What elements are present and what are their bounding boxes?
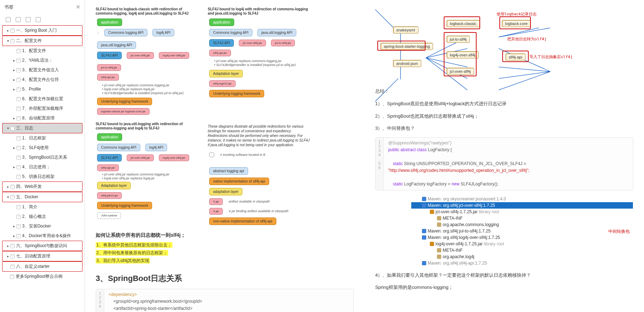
box: Adaptation layer <box>97 182 131 189</box>
bookmark-item[interactable]: ▾三、日志 <box>2 123 82 133</box>
expand-chevron-icon[interactable]: ▸ <box>12 78 16 82</box>
expand-chevron-icon[interactable]: ▸ <box>6 29 10 32</box>
bookmark-item[interactable]: ▸四、Web开发 <box>2 181 82 192</box>
bookmark-item[interactable]: 1、配置文件 <box>2 46 82 56</box>
bookmark-item[interactable]: ▸4、配置文件占位符 <box>2 75 82 85</box>
expand-chevron-icon[interactable]: ▸ <box>6 244 10 248</box>
bookmark-label: 3、安装Docker <box>22 224 51 229</box>
tree-row-selected[interactable]: Maven: org.slf4j:jcl-over-slf4j:1.7.25 <box>411 202 633 209</box>
expand-chevron-icon[interactable]: ▸ <box>12 165 16 169</box>
bookmark-tree: ▸一、Spring Boot 入门▾二、配置文件1、配置文件▸2、YAML语法：… <box>0 25 85 281</box>
note: • log4j-over-slf4j.jar replaces log4j.ja… <box>102 87 199 91</box>
bookmark-label: 5、切换日志框架 <box>22 174 55 179</box>
maven-icon <box>422 229 426 233</box>
tool-icon-3[interactable] <box>26 17 31 22</box>
bookmark-item[interactable]: ▸4、Docker常用命令&操作 <box>2 231 82 241</box>
bookmark-label: 6、配置文件加载位置 <box>22 96 63 101</box>
diagram-title: SLF4J bound to java.util.logging with re… <box>96 122 199 131</box>
expand-chevron-icon[interactable]: ▾ <box>6 195 10 199</box>
right-column[interactable]: spring-boot-starter-logging snakeyaml an… <box>364 0 644 312</box>
expand-chevron-icon[interactable]: ▸ <box>12 146 16 150</box>
bookmark-item[interactable]: 3、SpringBoot日志关系 <box>2 153 82 162</box>
tree-row[interactable]: META-INF <box>411 215 633 221</box>
bookmark-item[interactable]: 5、切换日志框架 <box>2 172 82 181</box>
tree-row[interactable]: Maven: org.slf4j:slf4j-api:1.7.25 <box>411 260 633 266</box>
diagram-jul: SLF4J bound to java.util.logging with re… <box>96 122 199 226</box>
bookmark-label: 1、配置文件 <box>22 48 46 53</box>
bookmark-item[interactable]: ▸一、Spring Boot 入门 <box>2 25 82 36</box>
bookmark-item[interactable]: 1、日志框架 <box>2 133 82 143</box>
bookmark-icon <box>16 234 21 238</box>
code-content[interactable]: @SuppressWarnings("rawtypes") public abs… <box>384 138 534 190</box>
sidebar-toolbar <box>0 14 85 25</box>
tree-row[interactable]: Maven: org.slf4j:log4j-over-slf4j:1.7.25 <box>411 234 633 241</box>
bookmark-icon <box>16 146 21 150</box>
box: log4j API <box>145 144 167 151</box>
jar: slf4j-api.jar <box>97 164 119 171</box>
tree-row[interactable]: jcl-over-slf4j-1.7.25.jar library root <box>411 209 633 215</box>
tree-row[interactable]: org.apache.commons.logging <box>411 221 633 228</box>
bookmark-item[interactable]: ▾二、配置文件 <box>2 36 82 46</box>
bookmark-item[interactable]: 7、外部配置加载顺序 <box>2 104 82 113</box>
legend: X.jar <box>209 198 223 205</box>
line-numbers: 123456 <box>376 138 384 190</box>
tree-row[interactable]: org.apache.log4j <box>411 254 633 260</box>
bookmark-item[interactable]: 八、自定义starter <box>2 261 82 272</box>
note: • SLF4JBridgeHandler is installed (requi… <box>214 63 311 67</box>
bookmark-item[interactable]: ▸七、启动配置原理 <box>2 251 82 261</box>
expand-chevron-icon[interactable]: ▾ <box>6 126 10 130</box>
java-code-block: 123456 @SuppressWarnings("rawtypes") pub… <box>375 137 633 190</box>
bookmark-item[interactable]: ▸2、YAML语法： <box>2 56 82 65</box>
bookmark-item[interactable]: ▸4、日志使用； <box>2 162 82 172</box>
red-frame <box>377 41 426 51</box>
folder-icon <box>437 223 441 227</box>
bookmark-icon <box>16 205 21 209</box>
bookmark-item[interactable]: 更多SpringBoot整合示例 <box>2 272 82 281</box>
expand-chevron-icon[interactable]: ▸ <box>12 234 16 238</box>
tree-row[interactable]: Maven: org.skyscreamer:jsonassert:1.4.0 <box>411 196 633 202</box>
bookmark-item[interactable]: ▸3、配置文件值注入 <box>2 65 82 75</box>
tree-row[interactable]: log4j-over-slf4j-1.7.25.jar library root <box>411 241 633 247</box>
bookmark-label: 4、配置文件占位符 <box>22 77 59 82</box>
bookmark-item[interactable]: 2、核心概念 <box>2 212 82 221</box>
expand-chevron-icon[interactable]: ▸ <box>12 87 16 91</box>
expand-chevron-icon[interactable]: ▸ <box>6 254 10 258</box>
bookmark-label: 1、简介 <box>22 204 37 209</box>
bookmark-label: 7、外部配置加载顺序 <box>22 106 63 111</box>
box: Underlying logging framework <box>97 202 152 209</box>
tree-row[interactable]: Maven: org.slf4j:jul-to-slf4j:1.7.25中间转换… <box>411 228 633 234</box>
bookmark-item[interactable]: ▾五、Docker <box>2 192 82 202</box>
dep-android: android-json <box>393 60 421 67</box>
expand-chevron-icon[interactable]: ▸ <box>12 116 16 120</box>
jar: slf4j-api.jar <box>97 74 119 81</box>
summary-item: 3）、中间替换包？ <box>375 125 633 132</box>
bookmark-item[interactable]: ▸六、SpringBoot与数据访问 <box>2 241 82 251</box>
diagram-logback: SLF4J bound to logback-classic with redi… <box>96 7 199 116</box>
code-content[interactable]: <dependency> <groupId>org.springframewor… <box>104 289 206 312</box>
tool-icon-1[interactable] <box>6 17 11 22</box>
expand-chevron-icon[interactable]: ▾ <box>6 39 10 43</box>
tool-icon-2[interactable] <box>16 17 21 22</box>
highlight-step2: 2、用中间包来替换原有的日志框架； <box>96 250 168 256</box>
bookmark-item[interactable]: ▸5、Profile <box>2 85 82 94</box>
legend: native implementation of slf4j-api <box>209 178 269 185</box>
maven-tree[interactable]: Maven: org.skyscreamer:jsonassert:1.4.0 … <box>411 195 633 267</box>
bookmark-item[interactable]: 6、配置文件加载位置 <box>2 94 82 104</box>
bookmark-label: 1、日志框架 <box>22 135 46 140</box>
summary-item: 4）、如果我们要引入其他框架？一定要把这个框架的默认日志依赖移除掉？ <box>375 272 633 279</box>
bookmark-item[interactable]: 1、简介 <box>2 202 82 212</box>
bookmark-item[interactable]: ▸3、安装Docker <box>2 221 82 231</box>
line-numbers: 1234 <box>96 289 104 312</box>
box-application: application <box>97 19 122 26</box>
expand-chevron-icon[interactable]: ▸ <box>12 58 16 62</box>
bookmark-item[interactable]: ▸2、SLF4j使用 <box>2 143 82 153</box>
expand-chevron-icon[interactable]: ▸ <box>12 224 16 228</box>
tool-icon-4[interactable] <box>36 17 41 22</box>
bookmark-item[interactable]: ▸8、自动配置原理 <box>2 113 82 123</box>
expand-chevron-icon[interactable]: ▸ <box>6 185 10 189</box>
close-icon[interactable]: ✕ <box>76 4 80 10</box>
expand-chevron-icon[interactable]: ▸ <box>12 68 16 72</box>
left-column[interactable]: SLF4J bound to logback-classic with redi… <box>85 0 364 312</box>
tree-row[interactable]: META-INF <box>411 247 633 254</box>
red-frame <box>499 16 531 29</box>
